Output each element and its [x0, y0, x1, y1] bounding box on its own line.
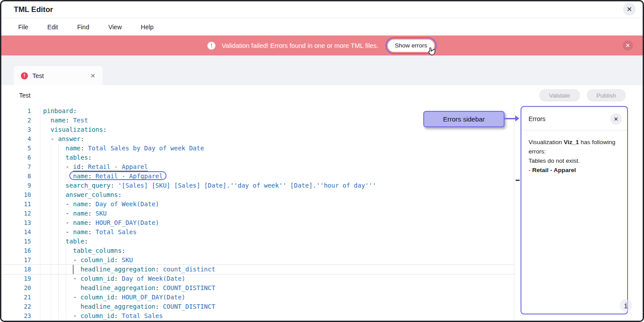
yaml-dash: - [66, 219, 73, 226]
indent-guide [51, 293, 58, 302]
indent-guide [58, 144, 66, 153]
yaml-key: name [73, 210, 88, 217]
code-line[interactable]: 6 tables: [1, 153, 514, 162]
code-line[interactable]: 10 answer_columns: [1, 190, 514, 200]
indent-guide [58, 162, 66, 172]
code-line[interactable]: 23 - column_id: Total Sales [1, 311, 514, 321]
yaml-value: Day of Week(Date) [122, 275, 185, 282]
indent-guide [43, 311, 51, 321]
code-line-content: - name: HOUR_OF_DAY(Date) [40, 218, 159, 228]
code-line[interactable]: 8 name: Retail - Apfgparel [1, 172, 514, 181]
yaml-colon: : [88, 173, 95, 180]
yaml-value: HOUR_OF_DAY(Date) [95, 219, 159, 226]
yaml-value: COUNT_DISTINCT [163, 284, 215, 291]
code-lines: 1pinboard:2 name: Test3 visualizations:4… [1, 106, 514, 321]
highlight-box: name: Retail - Apfgparel [73, 173, 163, 180]
indent-guide [43, 134, 51, 144]
code-line[interactable]: 22 headline_aggregation: COUNT_DISTINCT [1, 302, 514, 311]
code-line[interactable]: 9 search_query: '[Sales] [SKU] [Sales] [… [1, 181, 514, 190]
yaml-value: '[Sales] [SKU] [Sales] [Date].''day of w… [118, 182, 377, 189]
line-number: 16 [1, 246, 40, 255]
line-number: 4 [1, 134, 40, 144]
line-number: 19 [1, 274, 40, 283]
overview-ruler[interactable] [514, 106, 521, 321]
yaml-key: column_id [80, 294, 114, 301]
code-line[interactable]: 16 table_columns: [1, 246, 514, 255]
yaml-key: name [66, 145, 81, 152]
close-icon: ✕ [625, 42, 630, 49]
indent-guide [58, 302, 66, 311]
yaml-key: tables [66, 154, 88, 161]
line-number: 1 [1, 106, 40, 116]
error-highlight-text: Retail - Apparel [532, 167, 576, 173]
indent-guide [51, 153, 58, 162]
line-number: 2 [1, 116, 40, 125]
code-line-content: - name: SKU [40, 209, 107, 218]
error-text: Tables do not exist. [529, 157, 580, 164]
code-line[interactable]: 12 - name: SKU [1, 209, 514, 218]
indent-guide [43, 200, 51, 209]
mouse-cursor-icon [427, 47, 437, 57]
yaml-dash: - [73, 275, 80, 282]
menu-item-view[interactable]: View [108, 24, 122, 31]
menu-item-edit[interactable]: Edit [48, 24, 58, 31]
indent-guide [58, 190, 66, 200]
code-line-content: headline_aggregation: COUNT_DISTINCT [40, 283, 215, 293]
code-line[interactable]: 15 table: [1, 237, 514, 246]
yaml-key: search_query [66, 182, 111, 189]
validate-button[interactable]: Validate [539, 89, 580, 102]
tab-label: Test [32, 72, 44, 79]
errors-sidebar-header: Errors ✕ [521, 107, 627, 130]
yaml-colon: : [114, 312, 122, 319]
indent-guide [51, 162, 58, 172]
menu-item-file[interactable]: File [18, 24, 28, 31]
errors-sidebar-close-button[interactable]: ✕ [610, 113, 622, 125]
code-line[interactable]: 11 - name: Day of Week(Date) [1, 200, 514, 209]
code-line-content: headline_aggregation: COUNT_DISTINCT [40, 302, 215, 311]
indent-guide [66, 265, 73, 274]
code-line-content: - column_id: Total Sales [40, 311, 163, 321]
yaml-value: Retail - Apfgparel [95, 173, 163, 180]
publish-button[interactable]: Publish [587, 89, 626, 102]
code-line[interactable]: 20 headline_aggregation: COUNT_DISTINCT [1, 283, 514, 293]
code-line[interactable]: 21 - column_id: HOUR_OF_DAY(Date) [1, 293, 514, 302]
yaml-colon: : [80, 163, 88, 170]
window-close-button[interactable]: ✕ [623, 3, 636, 16]
code-line-content: tables: [40, 153, 92, 162]
code-line[interactable]: 4 - answer: [1, 134, 514, 144]
code-line[interactable]: 19 - column_id: Day of Week(Date) [1, 274, 514, 283]
yaml-key: table_columns [73, 247, 122, 254]
indent-guide [43, 125, 51, 134]
yaml-key: column_id [80, 256, 114, 263]
code-line[interactable]: 18 headline_aggregation: count_distinct [1, 265, 514, 274]
indent-guide [43, 274, 51, 283]
tab-test[interactable]: ! Test ✕ [14, 66, 103, 85]
code-line-content: headline_aggregation: count_distinct [40, 265, 215, 274]
yaml-colon: : [118, 191, 122, 198]
error-text-line: errors: [529, 147, 620, 156]
indent-guide [66, 283, 73, 293]
yaml-key: table [66, 238, 84, 245]
yaml-colon: : [155, 303, 163, 310]
yaml-colon: : [88, 210, 95, 217]
code-line[interactable]: 14 - name: Total Sales [1, 228, 514, 237]
menu-item-help[interactable]: Help [141, 24, 154, 31]
code-line[interactable]: 17 - column_id: SKU [1, 255, 514, 265]
yaml-value: Day of Week(Date) [95, 200, 159, 208]
code-editor[interactable]: 1pinboard:2 name: Test3 visualizations:4… [1, 106, 643, 321]
banner-close-button[interactable]: ✕ [623, 40, 633, 51]
code-line[interactable]: 5 name: Total Sales by Day of week Date [1, 144, 514, 153]
code-line[interactable]: 7 - id: Retail - Apparel [1, 162, 514, 172]
file-name: Test [19, 92, 31, 99]
code-line[interactable]: 13 - name: HOUR_OF_DAY(Date) [1, 218, 514, 228]
yaml-dash: - [66, 200, 73, 208]
yaml-value: Retail - Apparel [88, 163, 148, 170]
yaml-value: SKU [122, 256, 133, 263]
menu-item-find[interactable]: Find [77, 24, 89, 31]
code-line-content: name: Test [40, 116, 88, 125]
tab-close-icon[interactable]: ✕ [90, 72, 95, 79]
indent-guide [43, 190, 51, 200]
error-text-line: - Retail - Apparel [529, 165, 620, 175]
indent-guide [51, 237, 58, 246]
indent-guide [43, 293, 51, 302]
